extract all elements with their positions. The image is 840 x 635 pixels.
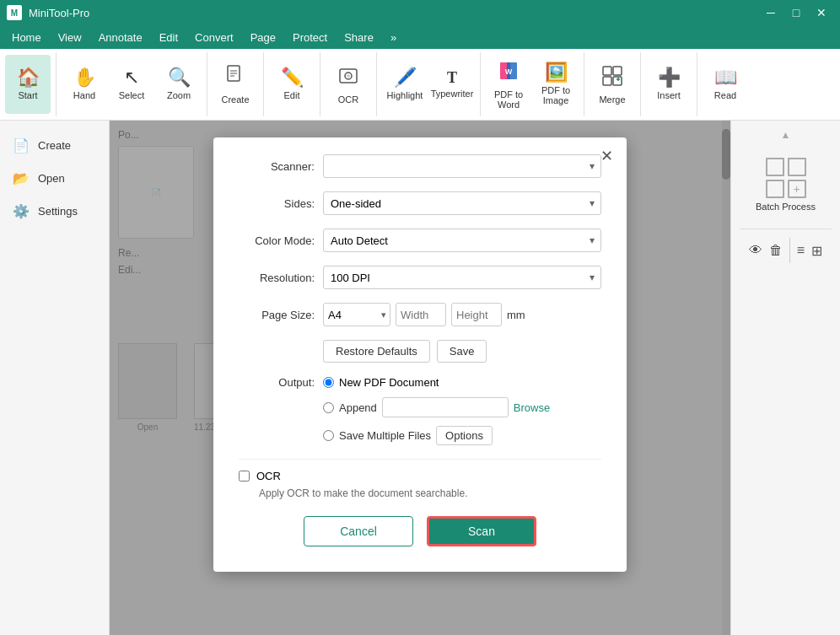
- color-mode-select[interactable]: Auto Detect Color Grayscale Black & Whit…: [323, 229, 601, 252]
- output-section: Output: New PDF Document Append Browse: [239, 376, 601, 445]
- pdf-to-image-icon: 🖼️: [545, 63, 568, 82]
- color-mode-row: Color Mode: Auto Detect Color Grayscale …: [239, 229, 601, 252]
- toolbar-group-markup: 🖊️ Highlight T Typewriter: [377, 52, 481, 116]
- page-size-controls: A4 A3 Letter Legal Custom ▾ mm: [323, 303, 525, 326]
- sides-select-wrapper: One-sided Two-sided: [323, 191, 601, 215]
- svg-rect-13: [613, 77, 622, 85]
- tool-pdf-to-word[interactable]: W PDF to Word: [486, 55, 531, 114]
- page-size-label: Page Size:: [239, 309, 315, 321]
- action-buttons-row: Restore Defaults Save: [323, 340, 601, 363]
- tool-create[interactable]: Create: [213, 55, 258, 114]
- batch-square-2: [788, 158, 806, 176]
- menu-convert[interactable]: Convert: [186, 29, 242, 46]
- ocr-checkbox[interactable]: [239, 471, 250, 482]
- tool-start[interactable]: 🏠 Start: [5, 55, 51, 114]
- output-row: Output: New PDF Document: [239, 376, 601, 389]
- sidebar-item-create[interactable]: 📄 Create: [0, 129, 109, 162]
- menu-more[interactable]: »: [382, 29, 405, 46]
- page-size-row: Page Size: A4 A3 Letter Legal Custom ▾: [239, 303, 601, 326]
- right-panel: ▲ + Batch Process 👁 🗑 ≡ ⊞: [730, 121, 840, 635]
- scroll-up-button[interactable]: ▲: [740, 129, 832, 141]
- ocr-description: Apply OCR to make the document searchabl…: [259, 487, 601, 499]
- maximize-button[interactable]: □: [784, 3, 808, 22]
- tool-typewriter[interactable]: T Typewriter: [429, 55, 475, 114]
- list-view-icon[interactable]: ≡: [797, 243, 805, 258]
- sides-select[interactable]: One-sided Two-sided: [323, 191, 601, 215]
- read-icon: 📖: [714, 68, 737, 87]
- resolution-label: Resolution:: [239, 272, 315, 284]
- tool-merge-label: Merge: [599, 94, 625, 105]
- highlight-icon: 🖊️: [394, 68, 417, 87]
- grid-view-icon[interactable]: ⊞: [811, 243, 822, 259]
- scanner-select[interactable]: [323, 154, 601, 178]
- toolbar: 🏠 Start ✋ Hand ↖ Select 🔍 Zoom: [0, 49, 840, 121]
- restore-defaults-button[interactable]: Restore Defaults: [323, 340, 430, 363]
- append-path-input[interactable]: [382, 397, 509, 417]
- tool-highlight[interactable]: 🖊️ Highlight: [382, 55, 428, 114]
- browse-link[interactable]: Browse: [514, 401, 550, 414]
- toolbar-group-ocr: OCR: [320, 52, 377, 116]
- tool-pdf-to-image[interactable]: 🖼️ PDF to Image: [533, 55, 579, 114]
- app-title: MiniTool-Pro: [29, 7, 89, 19]
- scan-button[interactable]: Scan: [427, 516, 536, 546]
- toolbar-group-edit: ✏️ Edit: [264, 52, 320, 116]
- new-pdf-radio[interactable]: [323, 377, 334, 388]
- menu-page[interactable]: Page: [242, 29, 284, 46]
- menu-view[interactable]: View: [50, 29, 90, 46]
- sidebar-item-open[interactable]: 📂 Open: [0, 162, 109, 195]
- insert-icon: ➕: [658, 68, 681, 87]
- close-button[interactable]: ✕: [810, 3, 833, 22]
- zoom-icon: 🔍: [168, 68, 191, 87]
- menu-share[interactable]: Share: [336, 29, 382, 46]
- page-height-input[interactable]: [451, 303, 502, 326]
- batch-process-section[interactable]: + Batch Process: [740, 158, 832, 212]
- logo-text: M: [11, 8, 18, 18]
- minimize-button[interactable]: ─: [759, 3, 783, 22]
- menu-edit[interactable]: Edit: [151, 29, 186, 46]
- tool-hand[interactable]: ✋ Hand: [62, 55, 107, 114]
- page-width-input[interactable]: [396, 303, 446, 326]
- toolbar-group-create: Create: [207, 52, 264, 116]
- sidebar-item-open-label: Open: [38, 172, 65, 185]
- svg-rect-10: [603, 67, 611, 75]
- tool-read[interactable]: 📖 Read: [703, 55, 748, 114]
- toolbar-group-convert: W PDF to Word 🖼️ PDF to Image: [481, 52, 584, 116]
- sidebar-item-settings-label: Settings: [38, 205, 78, 218]
- sidebar-item-settings[interactable]: ⚙️ Settings: [0, 195, 109, 228]
- tool-ocr[interactable]: OCR: [326, 55, 371, 114]
- save-multiple-radio[interactable]: [323, 430, 334, 441]
- save-multiple-label: Save Multiple Files: [339, 429, 431, 442]
- page-size-select[interactable]: A4 A3 Letter Legal Custom: [323, 303, 390, 326]
- sidebar-item-create-label: Create: [38, 139, 71, 152]
- color-mode-label: Color Mode:: [239, 234, 315, 247]
- menu-protect[interactable]: Protect: [284, 29, 336, 46]
- tool-edit[interactable]: ✏️ Edit: [269, 55, 315, 114]
- open-nav-icon: 📂: [13, 170, 30, 186]
- tool-select[interactable]: ↖ Select: [109, 55, 154, 114]
- ocr-section: OCR Apply OCR to make the document searc…: [239, 459, 601, 499]
- hand-icon: ✋: [73, 68, 96, 87]
- sidebar: 📄 Create 📂 Open ⚙️ Settings: [0, 121, 110, 635]
- options-button[interactable]: Options: [436, 426, 493, 445]
- color-mode-select-wrapper: Auto Detect Color Grayscale Black & Whit…: [323, 229, 601, 252]
- cancel-button[interactable]: Cancel: [304, 516, 413, 546]
- resolution-select[interactable]: 100 DPI 150 DPI 200 DPI 300 DPI 600 DPI: [323, 266, 601, 289]
- mm-label: mm: [507, 309, 525, 321]
- content-area: Po... 📄 Re... Edi... Open 11.23-how-to-e…: [110, 121, 730, 635]
- scan-dialog: ✕ Scanner: Sides: One-sided: [213, 137, 627, 572]
- tool-zoom[interactable]: 🔍 Zoom: [156, 55, 202, 114]
- append-radio[interactable]: [323, 402, 334, 413]
- tool-insert[interactable]: ➕ Insert: [646, 55, 692, 114]
- menu-home[interactable]: Home: [3, 29, 50, 46]
- menu-annotate[interactable]: Annotate: [90, 29, 151, 46]
- tool-edit-label: Edit: [284, 90, 300, 100]
- tool-merge[interactable]: Merge: [590, 55, 635, 114]
- select-icon: ↖: [124, 68, 139, 87]
- save-settings-button[interactable]: Save: [437, 340, 487, 363]
- tool-pdf-to-image-label: PDF to Image: [533, 85, 579, 105]
- eye-icon[interactable]: 👁: [749, 243, 762, 258]
- ocr-row: OCR: [239, 470, 601, 482]
- trash-icon[interactable]: 🗑: [769, 243, 783, 258]
- output-label: Output:: [239, 376, 315, 389]
- ocr-label: OCR: [256, 470, 281, 482]
